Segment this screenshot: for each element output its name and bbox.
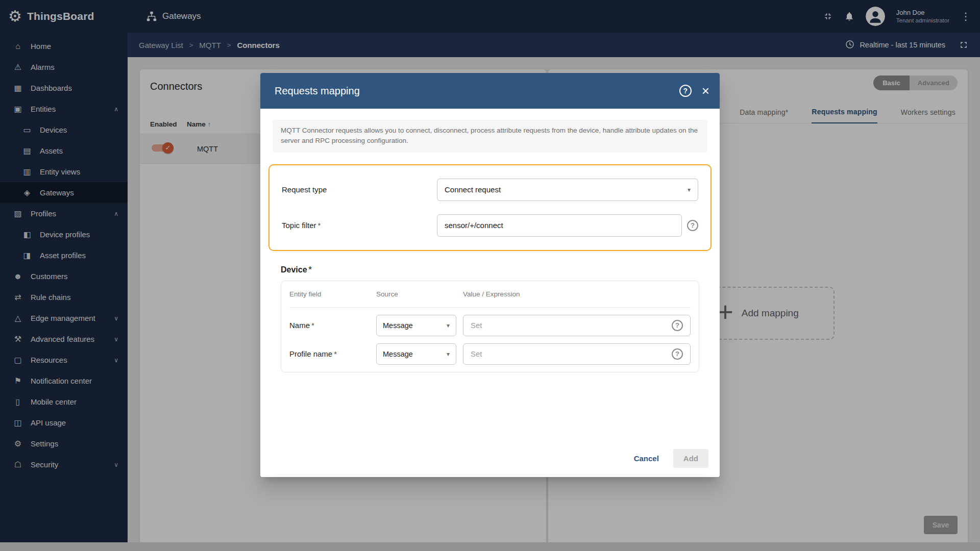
field-label-text: Name [289,321,310,330]
close-icon[interactable]: × [702,84,709,97]
name-value-help-icon[interactable]: ? [672,320,683,331]
profile-name-value-help-icon[interactable]: ? [672,348,683,360]
dialog-footer: Cancel Add [260,442,720,477]
topic-filter-help-icon[interactable]: ? [687,220,698,231]
topic-filter-label: Topic filter* [282,221,437,230]
device-mapping-table: Entity field Source Value / Expression N… [281,281,699,372]
profile-name-source-select[interactable]: Message ▾ [376,343,456,365]
device-row-name: Name* Message ▾ ? [289,315,691,336]
required-mark: * [334,349,337,358]
device-section-title: Device* [281,265,699,274]
field-profile-name-label: Profile name* [289,349,376,358]
requests-mapping-dialog: Requests mapping ? × MQTT Connector requ… [260,73,720,477]
device-table-header: Entity field Source Value / Expression [289,281,691,308]
cancel-button[interactable]: Cancel [627,449,666,467]
dialog-header: Requests mapping ? × [260,73,720,109]
profile-name-value-input[interactable] [471,349,672,358]
request-type-value: Connect request [445,185,501,194]
dialog-title: Requests mapping [275,85,679,97]
dialog-body: MQTT Connector requests allows you to co… [260,109,720,442]
dropdown-arrow-icon: ▾ [447,350,450,358]
device-row-profile-name: Profile name* Message ▾ ? [289,343,691,365]
dialog-help-icon[interactable]: ? [679,85,692,97]
column-value-expression: Value / Expression [463,290,691,298]
topic-filter-row: Topic filter* ? [282,214,698,237]
device-title-text: Device [281,265,307,274]
dialog-description: MQTT Connector requests allows you to co… [273,120,707,152]
dropdown-arrow-icon: ▾ [688,186,691,193]
source-value: Message [383,321,413,330]
required-mark: * [309,265,312,274]
dropdown-arrow-icon: ▾ [447,322,450,329]
request-type-row: Request type Connect request ▾ [282,179,698,201]
source-value: Message [383,350,413,358]
name-source-select[interactable]: Message ▾ [376,315,456,336]
field-label-text: Profile name [289,349,332,358]
required-mark: * [318,221,321,230]
name-value-field: ? [463,315,691,336]
column-entity-field: Entity field [289,290,376,298]
tour-highlight-section: Request type Connect request ▾ Topic fil… [268,164,712,251]
field-name-label: Name* [289,321,376,330]
request-type-select[interactable]: Connect request ▾ [437,179,698,201]
required-mark: * [311,321,314,330]
topic-filter-label-text: Topic filter [282,221,316,230]
column-source: Source [376,290,463,298]
topic-filter-field [437,214,682,237]
request-type-label: Request type [282,185,437,194]
add-button[interactable]: Add [673,449,708,468]
topic-filter-input[interactable] [445,221,674,230]
profile-name-value-field: ? [463,343,691,365]
name-value-input[interactable] [471,321,672,330]
